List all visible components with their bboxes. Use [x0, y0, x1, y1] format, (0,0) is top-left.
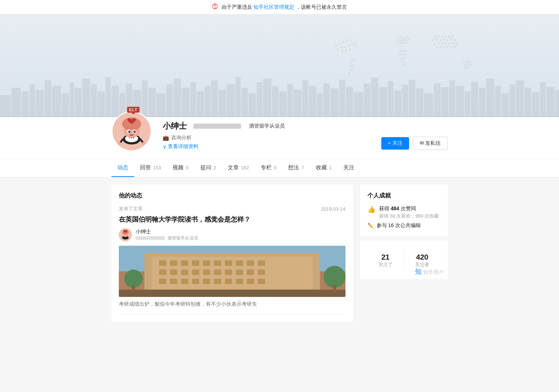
briefcase-icon: 💼: [163, 135, 169, 141]
svg-rect-118: [309, 86, 316, 117]
post-author-row: 小绅士 酒管留学从业员: [119, 228, 345, 241]
svg-point-19: [350, 68, 352, 71]
likes-text: 获得 484 次赞同: [379, 206, 439, 212]
svg-point-33: [400, 50, 402, 52]
svg-rect-188: [258, 260, 265, 266]
svg-point-60: [445, 42, 447, 44]
svg-rect-149: [547, 87, 555, 117]
main-layout: 他的动态 发表了文章 2019-03-14 在英国伯明翰大学学院读书，感觉会是怎…: [104, 185, 455, 326]
svg-rect-121: [331, 88, 339, 117]
svg-rect-128: [388, 81, 393, 117]
post-type: 发表了文章: [119, 206, 143, 212]
svg-rect-107: [227, 84, 235, 117]
svg-rect-91: [106, 77, 111, 117]
svg-rect-127: [379, 87, 387, 117]
svg-rect-147: [532, 92, 539, 117]
post-meta: 发表了文章 2019-03-14: [119, 206, 345, 212]
svg-point-31: [403, 42, 405, 44]
svg-point-66: [443, 46, 445, 49]
svg-point-166: [135, 132, 137, 135]
svg-rect-143: [502, 93, 509, 117]
svg-point-55: [450, 38, 452, 41]
tab-articles[interactable]: 文章 162: [222, 159, 255, 177]
warning-text-before: 由于严重违反: [222, 4, 252, 10]
profile-detail-link[interactable]: ∨ 查看详细资料: [163, 143, 374, 150]
svg-rect-90: [98, 91, 105, 117]
tab-videos[interactable]: 视频 0: [167, 159, 194, 177]
tab-questions[interactable]: 提问 2: [194, 159, 222, 177]
tab-answers[interactable]: 回答 153: [134, 159, 167, 177]
post-title[interactable]: 在英国伯明翰大学学院读书，感觉会是怎样？: [119, 215, 345, 224]
svg-rect-104: [205, 86, 211, 117]
svg-rect-189: [159, 270, 166, 275]
following-count: 21: [367, 253, 404, 261]
community-rules-link[interactable]: 知乎社区管理规定: [253, 4, 294, 10]
following-label: 关注了: [367, 261, 404, 268]
svg-rect-207: [247, 279, 254, 284]
svg-point-70: [463, 61, 465, 63]
svg-rect-141: [486, 79, 494, 117]
post-author-info: 小绅士 酒管留学从业员: [136, 229, 198, 241]
svg-rect-195: [225, 270, 232, 275]
svg-rect-126: [371, 78, 378, 117]
svg-point-30: [400, 42, 402, 44]
follow-stats-card: 21 关注了 420 关注者 知 知乎用户: [360, 241, 448, 279]
svg-point-36: [399, 54, 401, 56]
svg-point-23: [403, 37, 405, 39]
svg-rect-138: [465, 91, 470, 117]
svg-rect-139: [471, 82, 478, 117]
svg-point-62: [452, 42, 454, 44]
svg-point-71: [466, 60, 468, 63]
tab-activity[interactable]: 动态: [112, 159, 134, 177]
svg-rect-185: [225, 260, 232, 266]
svg-rect-82: [36, 90, 44, 117]
tab-columns[interactable]: 专栏 0: [255, 159, 282, 177]
svg-point-73: [464, 64, 466, 66]
svg-rect-182: [192, 260, 199, 266]
elt-badge: ELT: [127, 107, 140, 113]
following-stat[interactable]: 21 关注了: [367, 249, 404, 272]
svg-point-22: [400, 36, 402, 38]
svg-point-21: [397, 37, 399, 39]
svg-rect-116: [294, 90, 302, 117]
svg-rect-115: [287, 84, 293, 117]
edit-achievement: ✏️ 参与 16 次公共编辑: [367, 222, 441, 229]
svg-rect-122: [339, 80, 345, 117]
tab-following[interactable]: 关注: [337, 159, 360, 177]
svg-point-12: [335, 45, 337, 47]
svg-point-210: [124, 270, 143, 288]
svg-rect-193: [203, 270, 210, 275]
tab-thoughts[interactable]: 想法 7: [282, 159, 310, 177]
profile-cover: [0, 15, 559, 117]
svg-point-25: [399, 40, 401, 42]
svg-point-5: [344, 46, 346, 48]
message-button[interactable]: ✉ 发私信: [413, 137, 448, 150]
main-content: 他的动态 发表了文章 2019-03-14 在英国伯明翰大学学院读书，感觉会是怎…: [112, 185, 353, 326]
follow-button[interactable]: + 关注: [381, 137, 409, 150]
svg-point-211: [324, 266, 345, 288]
svg-rect-202: [192, 279, 199, 284]
svg-rect-209: [119, 290, 345, 297]
svg-point-76: [465, 67, 467, 69]
svg-point-72: [469, 61, 471, 63]
svg-rect-135: [441, 87, 449, 117]
svg-point-37: [402, 53, 404, 55]
profile-actions: + 关注 ✉ 发私信: [381, 137, 448, 151]
post-date: 2019-03-14: [321, 206, 345, 212]
svg-point-52: [439, 39, 441, 41]
svg-point-45: [437, 35, 439, 37]
chevron-down-icon: ∨: [163, 144, 166, 150]
profile-job: 💼 咨询分析: [163, 135, 374, 141]
profile-info: 小绅士 酒管留学从业员 💼 咨询分析 ∨ 查看详细资料: [163, 121, 374, 151]
svg-rect-84: [52, 86, 61, 117]
svg-rect-186: [236, 260, 243, 266]
feed-section-title: 他的动态: [119, 192, 345, 200]
profile-description: 酒管留学从业员: [249, 123, 285, 129]
svg-point-40: [404, 57, 406, 59]
svg-rect-88: [82, 79, 90, 117]
svg-rect-181: [181, 260, 188, 266]
tab-collections[interactable]: 收藏 1: [310, 159, 337, 177]
svg-point-67: [446, 46, 449, 48]
svg-point-26: [401, 39, 404, 41]
achievement-card: 个人成就 👍 获得 484 次赞同 获得 56 次喜欢，960 次收藏 ✏️ 参…: [360, 185, 448, 236]
